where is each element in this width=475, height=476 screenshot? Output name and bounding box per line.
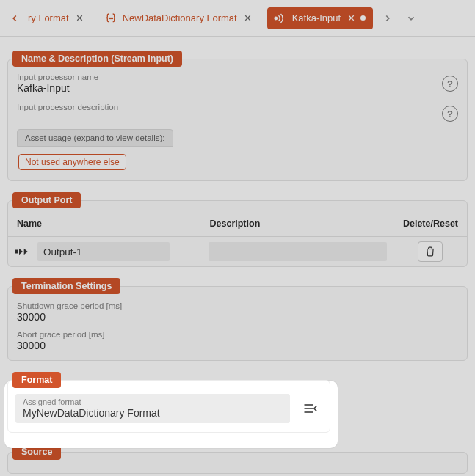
svg-marker-11 [19, 249, 23, 255]
svg-rect-10 [15, 250, 18, 254]
svg-point-2 [109, 18, 109, 18]
stream-input-icon [273, 13, 286, 23]
tab-format-partial[interactable]: ry Format [28, 7, 92, 29]
tab-label: NewDataDictionary Format [123, 12, 237, 23]
panel-source: Source [7, 452, 468, 474]
close-icon[interactable] [243, 13, 253, 23]
shutdown-value[interactable]: 30000 [17, 311, 458, 323]
close-icon[interactable] [347, 13, 356, 23]
usage-chip: Not used anywhere else [18, 154, 126, 170]
tabs-bar: ry Format NewDataDictionary Format Kafka… [0, 0, 475, 37]
section-header: Output Port [12, 192, 81, 208]
port-description-input[interactable] [209, 242, 387, 261]
format-label: Assigned format [23, 398, 283, 406]
port-handle-icon[interactable] [15, 247, 33, 256]
panel-output-port: Output Port Name Description Delete/Rese… [7, 200, 468, 267]
tab-scroll-right[interactable] [377, 8, 398, 29]
port-name-input[interactable] [37, 242, 170, 261]
col-delete: Delete/Reset [394, 211, 467, 237]
help-icon[interactable]: ? [442, 76, 458, 92]
tab-label: ry Format [28, 12, 69, 23]
braces-icon [105, 12, 117, 24]
panel-name-description: Name & Description (Stream Input) Input … [7, 59, 468, 181]
output-port-table: Name Description Delete/Reset [8, 211, 467, 266]
dirty-indicator-icon [360, 15, 366, 21]
delete-button[interactable] [418, 241, 443, 262]
tab-newdatadictionary[interactable]: NewDataDictionary Format [99, 7, 260, 29]
svg-point-3 [110, 18, 111, 18]
help-icon[interactable]: ? [442, 106, 458, 122]
col-description: Description [201, 211, 394, 237]
tab-label: Kafka-Input [292, 12, 341, 23]
panel-termination: Termination Settings Shutdown grace peri… [7, 286, 468, 361]
abort-value[interactable]: 30000 [17, 340, 458, 351]
section-header: Format [12, 372, 61, 388]
svg-marker-12 [24, 249, 28, 255]
name-label: Input processor name [17, 73, 442, 81]
shutdown-label: Shutdown grace period [ms] [17, 301, 458, 310]
panel-format: Format Assigned format MyNewDataDictiona… [7, 380, 330, 433]
description-label: Input processor description [17, 103, 442, 111]
section-header: Name & Description (Stream Input) [12, 51, 182, 67]
svg-point-7 [275, 17, 277, 19]
tab-overflow-menu[interactable] [401, 8, 421, 29]
table-row [8, 237, 467, 267]
tab-kafka-input[interactable]: Kafka-Input [267, 7, 374, 29]
section-header: Termination Settings [12, 278, 120, 294]
assigned-format-field[interactable]: Assigned format MyNewDataDictionary Form… [15, 394, 290, 423]
tab-scroll-left[interactable] [4, 8, 25, 29]
select-format-button[interactable] [297, 398, 322, 420]
close-icon[interactable] [75, 13, 84, 23]
col-name: Name [8, 211, 201, 237]
svg-point-4 [112, 18, 112, 18]
format-value: MyNewDataDictionary Format [23, 407, 283, 419]
abort-label: Abort grace period [ms] [17, 330, 458, 339]
asset-usage-expander[interactable]: Asset usage (expand to view details): [17, 129, 173, 147]
name-value[interactable]: Kafka-Input [17, 82, 442, 94]
